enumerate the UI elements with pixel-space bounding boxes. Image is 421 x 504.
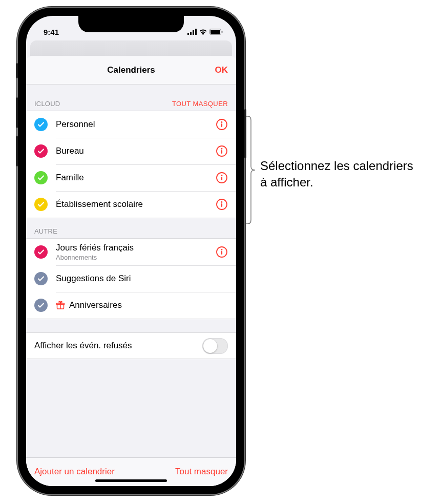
battery-icon (209, 29, 223, 35)
info-icon[interactable] (216, 172, 228, 184)
info-icon[interactable] (216, 118, 228, 131)
calendar-row-etablissement[interactable]: Établissement scolaire (26, 191, 236, 218)
calendar-label: Anniversaires (69, 300, 122, 310)
info-icon[interactable] (216, 145, 228, 157)
calendar-row-famille[interactable]: Famille (26, 164, 236, 191)
svg-rect-21 (221, 251, 222, 255)
show-declined-label: Afficher les évén. refusés (34, 341, 202, 351)
svg-rect-15 (221, 177, 222, 180)
info-icon[interactable] (216, 246, 228, 258)
checkmark-icon[interactable] (34, 299, 48, 312)
gift-icon (56, 301, 65, 310)
calendar-row-bureau[interactable]: Bureau (26, 138, 236, 164)
calendar-sublabel: Abonnements (56, 254, 216, 261)
section-header-other: AUTRE (26, 218, 236, 238)
sheet-header: Calendriers OK (26, 56, 236, 85)
calendar-label: Personnel (56, 119, 216, 130)
svg-rect-18 (221, 203, 222, 207)
status-time: 9:41 (44, 28, 59, 36)
checkmark-icon[interactable] (34, 245, 48, 259)
phone-body: 9:41 Calendriers OK ICLOUD TOUT MASQUER (18, 8, 244, 494)
checkmark-icon[interactable] (34, 198, 48, 211)
hide-all-icloud-button[interactable]: TOUT MASQUER (172, 100, 228, 108)
svg-rect-12 (221, 150, 222, 154)
svg-point-14 (221, 175, 223, 176)
svg-rect-2 (193, 30, 194, 35)
calendar-label: Bureau (56, 146, 216, 156)
info-icon[interactable] (216, 198, 228, 211)
calendar-row-personnel[interactable]: Personnel (26, 111, 236, 138)
cellular-icon (187, 29, 197, 35)
section-header-icloud: ICLOUD TOUT MASQUER (26, 85, 236, 111)
calendar-label: Jours fériés français (56, 243, 216, 253)
home-indicator[interactable] (95, 479, 167, 482)
done-button[interactable]: OK (215, 65, 228, 75)
svg-rect-5 (210, 30, 220, 34)
checkmark-icon[interactable] (34, 144, 48, 158)
svg-point-17 (221, 201, 223, 203)
svg-rect-1 (190, 32, 192, 35)
svg-point-8 (221, 121, 223, 123)
svg-rect-0 (187, 33, 189, 35)
checkmark-icon[interactable] (34, 272, 48, 285)
section-label-other: AUTRE (34, 227, 57, 235)
checkmark-icon[interactable] (34, 171, 48, 184)
section-label-icloud: ICLOUD (34, 100, 60, 108)
svg-point-20 (221, 249, 223, 250)
svg-rect-9 (221, 123, 222, 127)
svg-rect-3 (195, 29, 197, 35)
calendar-row-holidays[interactable]: Jours fériés français Abonnements (26, 239, 236, 265)
other-list: Jours fériés français Abonnements Sugges… (26, 238, 236, 319)
callout-text: Sélectionnez les calendriers à afficher. (260, 158, 414, 191)
side-button (244, 109, 246, 158)
calendar-label: Famille (56, 173, 216, 183)
notch (78, 16, 184, 32)
calendar-row-birthdays[interactable]: Anniversaires (26, 292, 236, 319)
mute-switch (16, 63, 18, 78)
calendars-sheet: Calendriers OK ICLOUD TOUT MASQUER Perso… (26, 56, 236, 486)
add-calendar-button[interactable]: Ajouter un calendrier (34, 467, 115, 477)
hide-all-button[interactable]: Tout masquer (175, 467, 228, 477)
volume-up (16, 97, 18, 128)
svg-rect-6 (222, 31, 223, 33)
show-declined-toggle[interactable] (202, 338, 228, 354)
volume-down (16, 136, 18, 166)
icloud-list: Personnel Bureau Famille (26, 111, 236, 218)
checkmark-icon[interactable] (34, 118, 48, 131)
wifi-icon (199, 29, 207, 35)
calendar-label: Établissement scolaire (56, 199, 216, 209)
calendar-row-siri[interactable]: Suggestions de Siri (26, 265, 236, 292)
show-declined-row[interactable]: Afficher les évén. refusés (26, 332, 236, 359)
calendar-label: Suggestions de Siri (56, 274, 228, 284)
sheet-title: Calendriers (107, 65, 155, 75)
svg-point-11 (221, 148, 223, 150)
